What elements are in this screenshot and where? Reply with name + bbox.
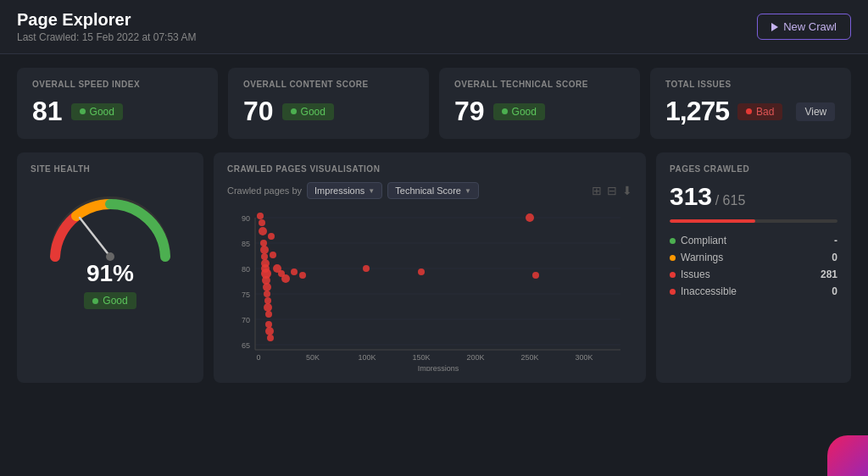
issues-stat-value: 281 <box>821 268 837 280</box>
svg-point-27 <box>260 240 267 246</box>
download-icon[interactable]: ⬇ <box>622 184 632 197</box>
progress-bar <box>670 219 837 223</box>
issues-card: TOTAL ISSUES 1,275 Bad View <box>650 68 851 139</box>
speed-badge-label: Good <box>90 106 114 118</box>
svg-text:150K: 150K <box>412 353 430 362</box>
svg-point-41 <box>267 335 274 341</box>
pages-crawled-title: PAGES CRAWLED <box>670 164 837 174</box>
bottom-panels: SITE HEALTH 91% <box>17 152 851 383</box>
svg-point-51 <box>526 213 534 222</box>
view-button[interactable]: View <box>796 102 835 121</box>
chart-title: CRAWLED PAGES VISUALISATION <box>227 164 632 174</box>
technical-label: OVERALL TECHNICAL SCORE <box>454 80 625 89</box>
speed-label: OVERALL SPEED INDEX <box>32 80 203 89</box>
content-badge: Good <box>282 103 334 120</box>
svg-point-34 <box>263 283 271 291</box>
compliant-value: - <box>834 235 837 246</box>
svg-text:300K: 300K <box>575 353 593 362</box>
new-crawl-label: New Crawl <box>783 20 837 33</box>
technical-badge: Good <box>493 103 545 120</box>
chart-controls: Crawled pages by Impressions ▼ Technical… <box>227 182 632 199</box>
svg-text:90: 90 <box>242 214 250 223</box>
stat-inaccessible: Inaccessible 0 <box>670 285 837 297</box>
warnings-value: 0 <box>832 252 837 263</box>
table-icon[interactable]: ⊟ <box>607 184 617 197</box>
svg-point-29 <box>261 253 268 260</box>
issues-stat-dot <box>670 272 676 278</box>
speed-value-row: 81 Good <box>32 96 203 127</box>
chart-panel: CRAWLED PAGES VISUALISATION Crawled page… <box>214 152 646 383</box>
svg-point-47 <box>291 268 298 275</box>
svg-text:200K: 200K <box>466 353 484 362</box>
page-title: Page Explorer <box>17 10 196 30</box>
technical-score-label: Technical Score <box>395 185 461 196</box>
last-crawled: Last Crawled: 15 Feb 2022 at 07:53 AM <box>17 31 196 43</box>
svg-point-52 <box>532 272 539 279</box>
score-cards-row: OVERALL SPEED INDEX 81 Good OVERALL CONT… <box>17 68 851 139</box>
play-icon <box>771 23 778 31</box>
pages-big-num: 313 <box>670 182 712 210</box>
chart-icons: ⊞ ⊟ ⬇ <box>592 184 632 197</box>
warnings-dot <box>670 255 676 261</box>
avatar[interactable] <box>827 435 868 476</box>
issues-badge: Bad <box>737 103 782 120</box>
issues-value: 1,275 <box>665 96 729 127</box>
header-left: Page Explorer Last Crawled: 15 Feb 2022 … <box>17 10 196 43</box>
svg-text:0: 0 <box>256 353 260 362</box>
svg-text:80: 80 <box>242 265 250 274</box>
impressions-dropdown[interactable]: Impressions ▼ <box>307 182 382 199</box>
svg-point-46 <box>281 274 290 283</box>
svg-point-39 <box>265 321 272 328</box>
svg-point-42 <box>268 233 275 240</box>
stat-issues: Issues 281 <box>670 268 837 280</box>
site-health-badge: Good <box>84 292 136 309</box>
pages-total: / 615 <box>715 193 746 208</box>
site-health-dot <box>92 298 98 304</box>
svg-point-36 <box>264 297 271 304</box>
speed-badge: Good <box>71 103 123 120</box>
svg-text:75: 75 <box>242 291 250 299</box>
svg-point-24 <box>257 213 264 219</box>
issues-dot <box>746 108 752 114</box>
scatter-plot: 90 85 80 75 70 65 0 50K 100K <box>227 206 632 371</box>
svg-point-43 <box>270 252 276 258</box>
svg-point-40 <box>265 327 274 335</box>
svg-point-37 <box>264 303 272 312</box>
svg-text:65: 65 <box>242 341 250 350</box>
stat-compliant: Compliant - <box>670 235 837 246</box>
pages-stats: Compliant - Warnings 0 Issues <box>670 235 837 297</box>
progress-fill <box>670 219 755 223</box>
speed-value: 81 <box>32 96 63 127</box>
inaccessible-dot <box>670 289 676 295</box>
svg-text:100K: 100K <box>358 353 376 362</box>
svg-text:250K: 250K <box>520 353 538 362</box>
stat-warnings: Warnings 0 <box>670 252 837 263</box>
technical-score-arrow: ▼ <box>465 187 471 195</box>
svg-line-0 <box>80 218 110 257</box>
new-crawl-button[interactable]: New Crawl <box>757 14 851 40</box>
svg-point-25 <box>259 219 265 226</box>
compliant-label: Compliant <box>670 235 726 246</box>
site-health-panel: SITE HEALTH 91% <box>17 152 203 383</box>
issues-label-stat: Issues <box>670 268 710 280</box>
grid-icon[interactable]: ⊞ <box>592 184 602 197</box>
technical-value-row: 79 Good <box>454 96 625 127</box>
warnings-label: Warnings <box>670 252 723 263</box>
content-card: OVERALL CONTENT SCORE 70 Good <box>228 68 429 139</box>
content-value-row: 70 Good <box>243 96 414 127</box>
issues-label: TOTAL ISSUES <box>665 80 836 89</box>
gauge-svg <box>42 189 178 265</box>
header: Page Explorer Last Crawled: 15 Feb 2022 … <box>0 0 868 54</box>
impressions-arrow: ▼ <box>368 187 375 195</box>
gauge-value: 91% <box>86 260 134 287</box>
svg-text:Impressions: Impressions <box>418 364 459 371</box>
speed-card: OVERALL SPEED INDEX 81 Good <box>17 68 218 139</box>
site-health-badge-label: Good <box>103 295 127 307</box>
site-health-title: SITE HEALTH <box>31 164 190 174</box>
technical-score-dropdown[interactable]: Technical Score ▼ <box>387 182 479 199</box>
svg-point-38 <box>265 311 272 318</box>
svg-point-48 <box>299 272 306 279</box>
inaccessible-value: 0 <box>832 285 837 297</box>
content-value: 70 <box>243 96 274 127</box>
content-label: OVERALL CONTENT SCORE <box>243 80 414 89</box>
